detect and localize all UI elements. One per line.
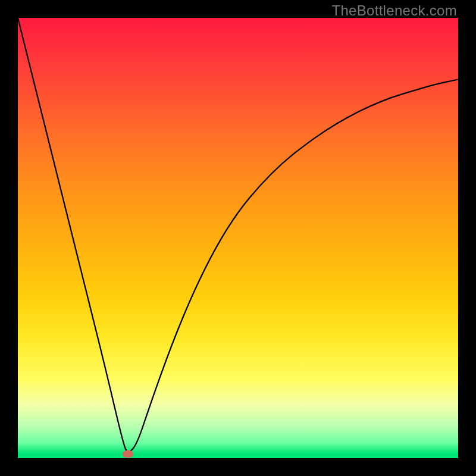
watermark-text: TheBottleneck.com <box>331 2 457 19</box>
curve-path <box>18 18 458 452</box>
bottleneck-curve <box>18 18 458 458</box>
optimum-marker <box>123 450 133 458</box>
plot-area <box>18 18 458 458</box>
chart-frame: TheBottleneck.com <box>0 0 476 476</box>
